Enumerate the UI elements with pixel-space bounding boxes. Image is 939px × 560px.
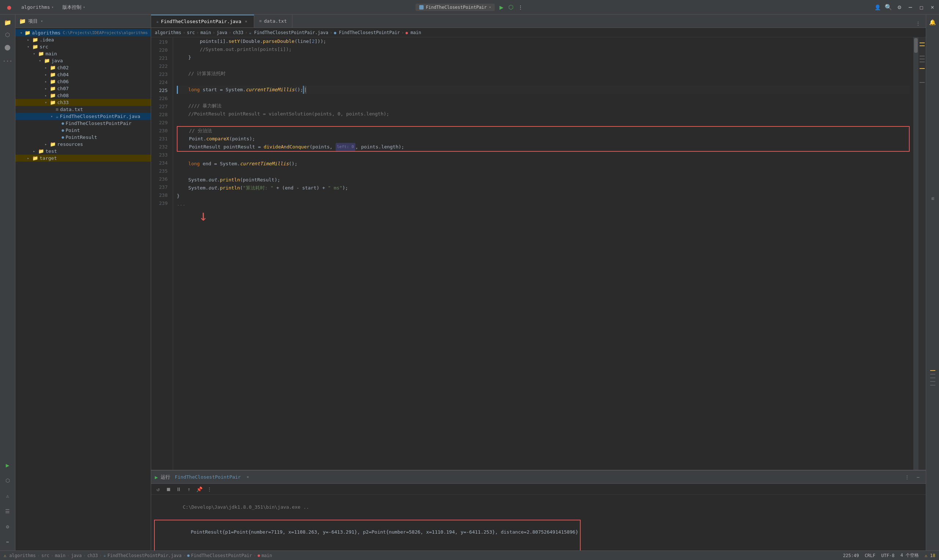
tree-item-data-txt[interactable]: ▸ ≡ data.txt — [15, 106, 151, 113]
tab-bar-more-icon[interactable]: ⋮ — [914, 19, 922, 28]
stop-btn[interactable]: ⏹ — [164, 485, 173, 493]
tree-item-target[interactable]: ▸ 📁 target — [15, 155, 151, 162]
tree-item-ch04[interactable]: ▸ 📁 ch04 — [15, 71, 151, 78]
pin-btn[interactable]: 📌 — [195, 485, 203, 493]
tab-findclosest[interactable]: ☕ FindTheClosestPointPair.java × — [151, 15, 254, 28]
folder-icon-java: 📁 — [44, 58, 50, 63]
run-panel-minimize[interactable]: − — [914, 473, 922, 481]
sidebar-icon-run[interactable]: ▶ — [2, 460, 13, 471]
status-encoding[interactable]: UTF-8 — [881, 553, 894, 558]
settings-icon[interactable]: ⚙ — [896, 5, 902, 10]
tree-arrow-resources: ▸ — [43, 142, 48, 147]
suspend-btn[interactable]: ⏸ — [174, 485, 183, 493]
tree-item-ch08[interactable]: ▸ 📁 ch08 — [15, 92, 151, 99]
status-position[interactable]: 225:49 — [843, 553, 859, 558]
tree-item-resources[interactable]: ▸ 📁 resources — [15, 141, 151, 148]
tree-item-ch07[interactable]: ▸ 📁 ch07 — [15, 85, 151, 92]
menu-item-version-control[interactable]: 版本控制 ▾ — [60, 3, 87, 11]
sidebar-icon-project[interactable]: 📁 — [2, 17, 13, 28]
debug-button[interactable]: ⬡ — [508, 5, 514, 10]
run-button[interactable]: ▶ — [498, 5, 504, 10]
more-run-button[interactable]: ⋮ — [518, 5, 523, 10]
bc-main[interactable]: main — [200, 30, 211, 35]
tree-arrow-main: ▾ — [32, 51, 37, 57]
class-icon-pointresult: ● — [62, 135, 64, 140]
status-warning-icon: ⚠ — [4, 553, 6, 558]
tree-label-target: target — [40, 155, 57, 161]
folder-icon-src: 📁 — [32, 44, 38, 49]
tree-label-idea: .idea — [40, 37, 54, 43]
status-right: 225:49 CRLF UTF-8 4 个空格 ⚠ 18 — [843, 552, 935, 558]
rerun-btn[interactable]: ↺ — [154, 485, 162, 493]
run-panel-more[interactable]: ⋮ — [903, 473, 911, 481]
tree-item-ch02[interactable]: ▸ 📁 ch02 — [15, 64, 151, 71]
code-line-225: long start = System.currentTimeMillis();… — [177, 86, 910, 94]
menu-item-algorithms[interactable]: algorithms ▾ — [19, 4, 56, 11]
bc-java[interactable]: java — [217, 30, 227, 35]
sidebar-icon-unknown[interactable]: ⬤ — [2, 42, 13, 53]
folder-icon-target: 📁 — [32, 155, 38, 161]
bc-findclosest-java[interactable]: ☕ FindTheClosestPointPair.java — [249, 30, 328, 35]
sidebar-icon-settings2[interactable]: ⚙ — [2, 521, 13, 532]
title-bar-center: FindTheClosestPointPair ▾ ▶ ⬡ ⋮ — [416, 4, 523, 11]
tree-item-ch33[interactable]: ▾ 📁 ch33 — [15, 99, 151, 106]
sidebar-icon-more-tools[interactable]: ··· — [2, 56, 13, 67]
tree-label-ch06: ch06 — [57, 79, 69, 84]
tab-data-txt[interactable]: ≡ data.txt — [254, 15, 292, 28]
bc-src[interactable]: src — [187, 30, 195, 35]
minimize-button[interactable]: − — [907, 5, 913, 10]
tree-label-ch07: ch07 — [57, 86, 69, 91]
bc-findclosest-class[interactable]: ● FindTheClosestPointPair — [334, 30, 400, 35]
sidebar-icon-plugins[interactable]: ⬌ — [2, 537, 13, 548]
tree-item-src[interactable]: ▾ 📁 src — [15, 43, 151, 50]
right-sidebar-notifications[interactable]: 🔔 — [927, 17, 938, 28]
code-line-227: //// 暴力解法 — [177, 102, 910, 110]
tree-item-findclosest-java[interactable]: ▾ ☕ FindTheClosestPointPair.java — [15, 113, 151, 120]
sidebar-icon-commit[interactable]: ⬡ — [2, 29, 13, 40]
code-line-223: // 计算算法托时 — [177, 70, 910, 78]
tree-item-algorithms[interactable]: ▾ 📁 algorithms C:\Projects\IDEAProjects\… — [15, 29, 151, 36]
tree-item-main[interactable]: ▾ 📁 main — [15, 50, 151, 57]
tree-item-ch06[interactable]: ▸ 📁 ch06 — [15, 78, 151, 85]
folder-icon-ch07: 📁 — [50, 86, 56, 91]
minimap-line1 — [920, 56, 925, 57]
tree-arrow-algorithms: ▾ — [19, 31, 23, 35]
tree-item-idea[interactable]: ▸ 📁 .idea — [15, 36, 151, 43]
code-area[interactable]: points[i].setY(Double.parseDouble(line[2… — [173, 37, 913, 470]
status-line-ending[interactable]: CRLF — [865, 553, 876, 558]
search-icon[interactable]: 🔍 — [885, 5, 891, 10]
sidebar-icon-problems[interactable]: ⚠ — [2, 490, 13, 502]
right-sidebar-icons: 🔔 m — [926, 15, 939, 551]
tree-label-ch33: ch33 — [57, 100, 69, 105]
folder-icon-ch04: 📁 — [50, 72, 56, 77]
tree-item-test[interactable]: ▸ 📁 test — [15, 148, 151, 155]
tab-close-findclosest[interactable]: × — [244, 19, 249, 24]
run-config[interactable]: FindTheClosestPointPair ▾ — [416, 4, 495, 11]
person-icon[interactable]: 👤 — [874, 5, 880, 10]
maximize-button[interactable]: □ — [919, 5, 924, 10]
status-warnings-count[interactable]: ⚠ 18 — [925, 553, 935, 558]
more-actions-btn[interactable]: ⋮ — [205, 485, 213, 493]
bottom-panel-toolbar: ↺ ⏹ ⏸ ↑ 📌 ⋮ — [151, 484, 926, 495]
run-panel-close[interactable]: × — [245, 475, 250, 480]
bc-ch33[interactable]: ch33 — [233, 30, 244, 35]
tree-item-class-pointresult[interactable]: ▸ ● PointResult — [15, 134, 151, 141]
restore-btn[interactable]: ↑ — [185, 485, 193, 493]
app-icon[interactable]: ● — [4, 2, 15, 13]
tree-arrow-test: ▸ — [32, 149, 37, 154]
status-indent[interactable]: 4 个空格 — [900, 552, 919, 558]
sidebar-icon-structure[interactable]: ☰ — [2, 506, 13, 517]
tree-item-java[interactable]: ▾ 📁 java — [15, 57, 151, 64]
editor-scrollbar[interactable] — [913, 37, 919, 470]
red-arrow-indicator: ↓ — [177, 208, 910, 237]
close-button[interactable]: × — [930, 5, 935, 10]
folder-icon-ch06: 📁 — [50, 79, 56, 84]
editor-area: ☕ FindTheClosestPointPair.java × ≡ data.… — [151, 15, 926, 470]
bc-main-method[interactable]: ● main — [405, 30, 421, 35]
project-panel: 📁 项目 ▾ ▾ 📁 algorithms C:\Projects\IDEAPr… — [15, 15, 151, 551]
tree-item-class-point[interactable]: ▸ ● Point — [15, 127, 151, 134]
sidebar-icon-debug[interactable]: ⬡ — [2, 475, 13, 486]
bc-algorithms[interactable]: algorithms — [155, 30, 181, 35]
title-bar: ● algorithms ▾ 版本控制 ▾ FindTheClosestPoin… — [0, 0, 939, 15]
tree-item-class-findclosest[interactable]: ▸ ● FindTheClosestPointPair — [15, 120, 151, 127]
